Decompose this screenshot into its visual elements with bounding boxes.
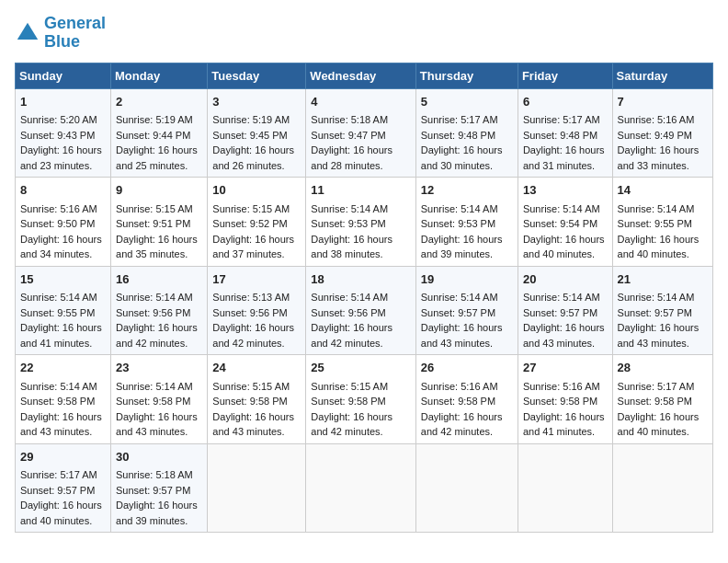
day-number: 15 xyxy=(20,270,106,289)
day-number: 20 xyxy=(523,270,608,289)
day-number: 23 xyxy=(116,359,202,377)
daylight-text: Daylight: 16 hours and 42 minutes. xyxy=(311,409,410,440)
sunrise-text: Sunrise: 5:17 AM xyxy=(618,379,708,395)
sunset-text: Sunset: 9:58 PM xyxy=(421,394,513,409)
sunset-text: Sunset: 9:58 PM xyxy=(116,394,202,409)
sunrise-text: Sunrise: 5:15 AM xyxy=(212,201,301,217)
calendar-cell: 26Sunrise: 5:16 AMSunset: 9:58 PMDayligh… xyxy=(415,355,518,444)
sunset-text: Sunset: 9:57 PM xyxy=(421,305,513,321)
calendar-cell: 27Sunrise: 5:16 AMSunset: 9:58 PMDayligh… xyxy=(518,355,612,444)
daylight-text: Daylight: 16 hours and 43 minutes. xyxy=(116,409,202,440)
sunset-text: Sunset: 9:57 PM xyxy=(20,483,106,499)
day-number: 17 xyxy=(212,270,301,289)
sunrise-text: Sunrise: 5:15 AM xyxy=(311,379,410,395)
sunset-text: Sunset: 9:56 PM xyxy=(116,305,202,321)
daylight-text: Daylight: 16 hours and 42 minutes. xyxy=(421,409,513,440)
calendar-cell: 11Sunrise: 5:14 AMSunset: 9:53 PMDayligh… xyxy=(306,178,415,267)
calendar-cell xyxy=(415,443,518,533)
calendar-cell xyxy=(306,443,415,533)
calendar-cell: 21Sunrise: 5:14 AMSunset: 9:57 PMDayligh… xyxy=(612,266,712,355)
calendar-cell xyxy=(208,443,306,533)
sunrise-text: Sunrise: 5:14 AM xyxy=(311,201,410,217)
calendar-header-row: SundayMondayTuesdayWednesdayThursdayFrid… xyxy=(16,63,713,88)
calendar-cell: 18Sunrise: 5:14 AMSunset: 9:56 PMDayligh… xyxy=(306,266,415,355)
sunrise-text: Sunrise: 5:19 AM xyxy=(116,112,202,128)
day-number: 13 xyxy=(523,181,608,200)
logo-text: General Blue xyxy=(44,15,106,52)
sunrise-text: Sunrise: 5:14 AM xyxy=(116,379,202,395)
calendar-cell: 2Sunrise: 5:19 AMSunset: 9:44 PMDaylight… xyxy=(111,88,208,178)
calendar-cell: 28Sunrise: 5:17 AMSunset: 9:58 PMDayligh… xyxy=(612,355,712,444)
sunset-text: Sunset: 9:57 PM xyxy=(618,305,708,321)
day-number: 21 xyxy=(618,270,708,289)
sunset-text: Sunset: 9:56 PM xyxy=(212,305,301,321)
sunrise-text: Sunrise: 5:16 AM xyxy=(421,379,513,395)
sunrise-text: Sunrise: 5:14 AM xyxy=(618,290,708,305)
daylight-text: Daylight: 16 hours and 33 minutes. xyxy=(618,143,708,173)
page-header: General Blue xyxy=(15,15,713,52)
calendar-cell: 17Sunrise: 5:13 AMSunset: 9:56 PMDayligh… xyxy=(208,266,306,355)
logo-icon xyxy=(15,20,40,46)
calendar-cell: 29Sunrise: 5:17 AMSunset: 9:57 PMDayligh… xyxy=(16,443,111,533)
daylight-text: Daylight: 16 hours and 43 minutes. xyxy=(618,320,708,350)
sunrise-text: Sunrise: 5:14 AM xyxy=(20,290,106,305)
sunrise-text: Sunrise: 5:14 AM xyxy=(618,201,708,217)
calendar-cell: 8Sunrise: 5:16 AMSunset: 9:50 PMDaylight… xyxy=(16,178,111,267)
daylight-text: Daylight: 16 hours and 40 minutes. xyxy=(523,232,608,262)
day-number: 7 xyxy=(618,93,708,111)
sunrise-text: Sunrise: 5:14 AM xyxy=(421,201,513,217)
sunset-text: Sunset: 9:48 PM xyxy=(421,128,513,144)
daylight-text: Daylight: 16 hours and 28 minutes. xyxy=(311,143,410,173)
calendar-week-row: 8Sunrise: 5:16 AMSunset: 9:50 PMDaylight… xyxy=(16,178,713,267)
day-number: 19 xyxy=(421,270,513,289)
daylight-text: Daylight: 16 hours and 25 minutes. xyxy=(116,143,202,173)
calendar-cell xyxy=(612,443,712,533)
calendar-cell: 20Sunrise: 5:14 AMSunset: 9:57 PMDayligh… xyxy=(518,266,612,355)
sunset-text: Sunset: 9:54 PM xyxy=(523,216,608,232)
sunset-text: Sunset: 9:43 PM xyxy=(20,128,106,144)
daylight-text: Daylight: 16 hours and 42 minutes. xyxy=(311,320,410,350)
day-number: 9 xyxy=(116,181,202,200)
daylight-text: Daylight: 16 hours and 41 minutes. xyxy=(20,320,106,350)
sunset-text: Sunset: 9:52 PM xyxy=(212,216,301,232)
sunrise-text: Sunrise: 5:17 AM xyxy=(20,467,106,483)
calendar-cell: 14Sunrise: 5:14 AMSunset: 9:55 PMDayligh… xyxy=(612,178,712,267)
day-number: 29 xyxy=(20,448,106,466)
header-thursday: Thursday xyxy=(415,63,518,88)
day-number: 30 xyxy=(116,448,202,466)
calendar-cell: 12Sunrise: 5:14 AMSunset: 9:53 PMDayligh… xyxy=(415,178,518,267)
day-number: 28 xyxy=(618,359,708,377)
sunset-text: Sunset: 9:44 PM xyxy=(116,128,202,144)
calendar-cell: 24Sunrise: 5:15 AMSunset: 9:58 PMDayligh… xyxy=(208,355,306,444)
day-number: 12 xyxy=(421,181,513,200)
sunrise-text: Sunrise: 5:16 AM xyxy=(618,112,708,128)
daylight-text: Daylight: 16 hours and 41 minutes. xyxy=(523,409,608,440)
daylight-text: Daylight: 16 hours and 42 minutes. xyxy=(116,320,202,350)
sunset-text: Sunset: 9:58 PM xyxy=(618,394,708,409)
sunset-text: Sunset: 9:58 PM xyxy=(20,394,106,409)
daylight-text: Daylight: 16 hours and 23 minutes. xyxy=(20,143,106,173)
calendar-cell: 6Sunrise: 5:17 AMSunset: 9:48 PMDaylight… xyxy=(518,88,612,178)
header-friday: Friday xyxy=(518,63,612,88)
sunrise-text: Sunrise: 5:14 AM xyxy=(421,290,513,305)
day-number: 3 xyxy=(212,93,301,111)
calendar-cell: 23Sunrise: 5:14 AMSunset: 9:58 PMDayligh… xyxy=(111,355,208,444)
sunrise-text: Sunrise: 5:17 AM xyxy=(421,112,513,128)
sunrise-text: Sunrise: 5:20 AM xyxy=(20,112,106,128)
calendar-week-row: 15Sunrise: 5:14 AMSunset: 9:55 PMDayligh… xyxy=(16,266,713,355)
calendar-cell: 10Sunrise: 5:15 AMSunset: 9:52 PMDayligh… xyxy=(208,178,306,267)
sunrise-text: Sunrise: 5:19 AM xyxy=(212,112,301,128)
calendar-cell: 19Sunrise: 5:14 AMSunset: 9:57 PMDayligh… xyxy=(415,266,518,355)
calendar-cell: 15Sunrise: 5:14 AMSunset: 9:55 PMDayligh… xyxy=(16,266,111,355)
daylight-text: Daylight: 16 hours and 38 minutes. xyxy=(311,232,410,262)
daylight-text: Daylight: 16 hours and 40 minutes. xyxy=(618,232,708,262)
day-number: 18 xyxy=(311,270,410,289)
sunset-text: Sunset: 9:53 PM xyxy=(311,216,410,232)
daylight-text: Daylight: 16 hours and 30 minutes. xyxy=(421,143,513,173)
sunset-text: Sunset: 9:50 PM xyxy=(20,216,106,232)
calendar-cell: 1Sunrise: 5:20 AMSunset: 9:43 PMDaylight… xyxy=(16,88,111,178)
sunset-text: Sunset: 9:51 PM xyxy=(116,216,202,232)
calendar-week-row: 1Sunrise: 5:20 AMSunset: 9:43 PMDaylight… xyxy=(16,88,713,178)
sunrise-text: Sunrise: 5:15 AM xyxy=(212,379,301,395)
calendar-table: SundayMondayTuesdayWednesdayThursdayFrid… xyxy=(15,63,713,534)
